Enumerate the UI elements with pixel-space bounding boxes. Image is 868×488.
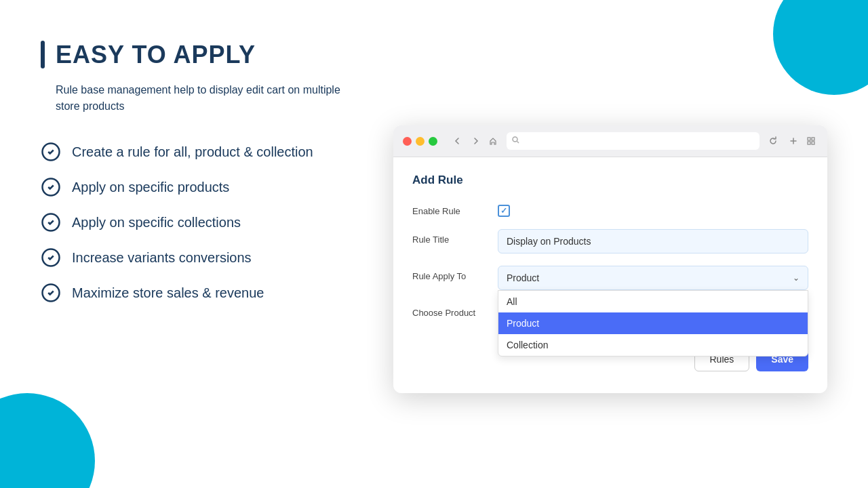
feature-text: Apply on specific collections: [72, 215, 241, 230]
new-tab-button[interactable]: [787, 134, 800, 148]
svg-rect-9: [812, 142, 814, 144]
form-title: Add Rule: [412, 174, 808, 187]
select-wrap: Product ⌄ All Product Collection: [498, 266, 808, 290]
check-circle-icon: [41, 247, 61, 268]
svg-point-5: [513, 137, 517, 142]
enable-rule-label: Enable Rule: [412, 201, 487, 216]
feature-item: Apply on specific collections: [41, 212, 366, 232]
feature-text: Create a rule for all, product & collect…: [72, 144, 313, 160]
heading-section: EASY TO APPLY: [41, 41, 366, 68]
sub-heading: Rule base management help to display edi…: [41, 82, 366, 115]
deco-bottom-left-circle: [0, 393, 95, 488]
checkbox-wrap: ✓: [498, 201, 808, 217]
rule-title-label: Rule Title: [412, 229, 487, 245]
check-circle-icon: [41, 142, 61, 162]
address-bar[interactable]: [507, 132, 760, 150]
rule-apply-to-row: Rule Apply To Product ⌄ All Product Coll…: [412, 266, 808, 290]
rule-title-input[interactable]: [498, 229, 808, 253]
select-arrow-icon: ⌄: [793, 273, 800, 283]
check-circle-icon: [41, 283, 61, 303]
feature-item: Maximize store sales & revenue: [41, 283, 366, 303]
feature-item: Create a rule for all, product & collect…: [41, 142, 366, 162]
enable-rule-row: Enable Rule ✓: [412, 201, 808, 217]
feature-item: Increase variants conversions: [41, 247, 366, 268]
dropdown-option-all[interactable]: All: [498, 291, 808, 312]
select-value: Product: [507, 272, 539, 283]
svg-rect-8: [808, 142, 810, 144]
feature-item: Apply on specific products: [41, 177, 366, 197]
main-heading: EASY TO APPLY: [56, 41, 256, 68]
grid-button[interactable]: [804, 134, 818, 148]
rule-title-field: [498, 229, 808, 253]
choose-product-label: Choose Product: [412, 302, 487, 318]
nav-forward-button[interactable]: [469, 134, 482, 148]
browser-actions: [787, 134, 818, 148]
dropdown-option-collection[interactable]: Collection: [498, 334, 808, 356]
nav-back-button[interactable]: [451, 134, 465, 148]
browser-window: Add Rule Enable Rule ✓ Rule Title Rule A…: [393, 125, 827, 393]
rule-apply-to-label: Rule Apply To: [412, 266, 487, 281]
rule-apply-to-field: Product ⌄ All Product Collection: [498, 266, 808, 290]
browser-body: Add Rule Enable Rule ✓ Rule Title Rule A…: [393, 157, 827, 393]
check-circle-icon: [41, 177, 61, 197]
svg-rect-7: [812, 138, 814, 140]
dropdown-option-product[interactable]: Product: [498, 312, 808, 334]
nav-buttons: [451, 134, 500, 148]
left-panel: EASY TO APPLY Rule base management help …: [41, 41, 366, 318]
enable-rule-checkbox[interactable]: ✓: [498, 205, 510, 217]
heading-accent-line: [41, 41, 45, 68]
reload-button[interactable]: [766, 134, 780, 148]
browser-chrome: [393, 125, 827, 157]
feature-text: Increase variants conversions: [72, 250, 252, 266]
search-icon: [512, 136, 519, 146]
dropdown-menu: All Product Collection: [498, 290, 808, 357]
enable-rule-field: ✓: [498, 201, 808, 217]
feature-text: Maximize store sales & revenue: [72, 285, 264, 301]
svg-rect-6: [808, 138, 810, 140]
rule-apply-to-select[interactable]: Product ⌄: [498, 266, 808, 290]
feature-text: Apply on specific products: [72, 180, 229, 195]
feature-list: Create a rule for all, product & collect…: [41, 142, 366, 303]
traffic-lights: [403, 137, 437, 146]
dot-red[interactable]: [403, 137, 412, 146]
check-circle-icon: [41, 212, 61, 232]
checkbox-check-icon: ✓: [500, 206, 507, 216]
dot-green[interactable]: [429, 137, 437, 146]
nav-home-button[interactable]: [486, 134, 500, 148]
deco-top-right-circle: [773, 0, 868, 95]
rule-title-row: Rule Title: [412, 229, 808, 253]
dot-yellow[interactable]: [416, 137, 425, 146]
